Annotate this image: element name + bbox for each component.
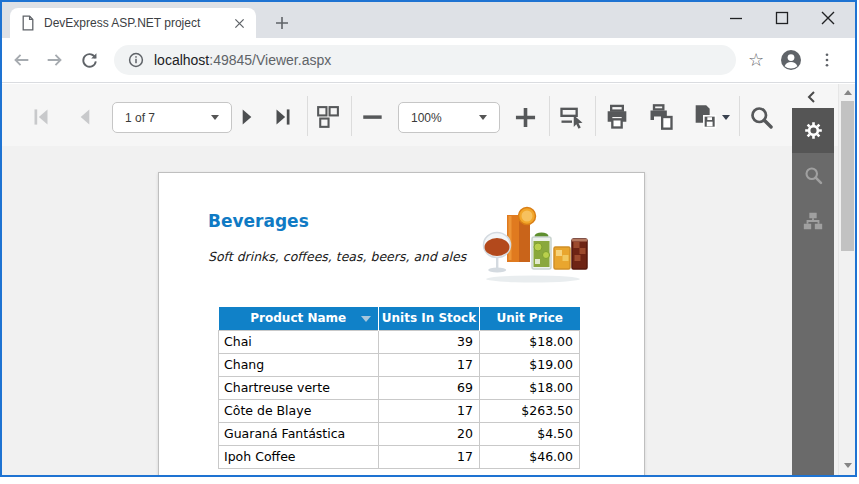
scroll-up-icon[interactable]: [839, 84, 855, 100]
table-row: Guaraná Fantástica 20 $4.50: [219, 422, 580, 445]
cell-units-in-stock: 17: [379, 353, 480, 376]
cell-units-in-stock: 39: [379, 330, 480, 353]
browser-menu-icon[interactable]: [818, 51, 836, 69]
viewer-sidebar: [792, 108, 834, 475]
table-row: Ipoh Coffee 17 $46.00: [219, 445, 580, 468]
export-dropdown-chevron-icon[interactable]: [718, 102, 734, 132]
multipage-view-icon[interactable]: [312, 102, 342, 132]
url-text: localhost:49845/Viewer.aspx: [154, 52, 331, 68]
close-icon[interactable]: [805, 2, 851, 34]
next-page-icon[interactable]: [232, 102, 262, 132]
info-icon[interactable]: [128, 52, 144, 68]
viewer-toolbar: 1 of 7 100%: [2, 84, 855, 146]
sidebar-tab-document-map[interactable]: [792, 198, 834, 243]
tab-strip: DevExpress ASP.NET project: [2, 2, 855, 38]
previous-page-icon[interactable]: [70, 102, 100, 132]
cell-product-name: Chartreuse verte: [219, 376, 379, 399]
sidebar-tab-search[interactable]: [792, 153, 834, 198]
address-bar: localhost:49845/Viewer.aspx ☆: [2, 38, 855, 83]
browser-tab[interactable]: DevExpress ASP.NET project: [10, 8, 256, 38]
minimize-icon[interactable]: [713, 2, 759, 34]
cell-unit-price: $19.00: [480, 353, 580, 376]
bookmark-star-icon[interactable]: ☆: [748, 51, 764, 69]
search-icon: [803, 165, 824, 186]
cell-product-name: Côte de Blaye: [219, 399, 379, 422]
sort-arrow-icon: [361, 316, 371, 322]
report-table: Product Name Units In Stock Unit Price C…: [218, 307, 580, 469]
toolbar-separator: [739, 96, 740, 136]
first-page-icon[interactable]: [26, 102, 56, 132]
table-row: Chang 17 $19.00: [219, 353, 580, 376]
table-row: Chartreuse verte 69 $18.00: [219, 376, 580, 399]
highlight-editing-fields-icon[interactable]: [557, 102, 587, 132]
new-tab-button[interactable]: [270, 11, 294, 35]
scroll-down-icon[interactable]: [839, 457, 855, 473]
window-controls: [713, 2, 851, 36]
reload-icon[interactable]: [74, 45, 104, 75]
export-save-icon[interactable]: [690, 102, 720, 132]
report-viewer: 1 of 7 100%: [2, 84, 855, 475]
cell-unit-price: $18.00: [480, 376, 580, 399]
table-header-row: Product Name Units In Stock Unit Price: [219, 307, 580, 330]
zoom-in-icon[interactable]: [510, 102, 540, 132]
tab-close-icon[interactable]: [231, 15, 248, 32]
forward-icon[interactable]: [40, 45, 70, 75]
cell-unit-price: $4.50: [480, 422, 580, 445]
cell-product-name: Chai: [219, 330, 379, 353]
cell-product-name: Chang: [219, 353, 379, 376]
toolbar-separator: [595, 96, 596, 136]
cell-product-name: Guaraná Fantástica: [219, 422, 379, 445]
screen: DevExpress ASP.NET project localhost:498…: [0, 0, 859, 484]
toolbar-separator: [307, 96, 308, 136]
toolbar-separator: [351, 96, 352, 136]
scrollbar-thumb[interactable]: [841, 101, 854, 251]
report-page: Beverages Soft drinks, coffees, teas, be…: [158, 172, 645, 475]
column-header-units-in-stock: Units In Stock: [379, 307, 480, 330]
sidebar-tab-parameters[interactable]: [792, 108, 834, 153]
page-selector-dropdown[interactable]: 1 of 7: [112, 102, 232, 133]
table-row: Côte de Blaye 17 $263.50: [219, 399, 580, 422]
gear-icon: [803, 120, 824, 141]
chevron-down-icon: [211, 115, 219, 120]
report-title: Beverages: [208, 211, 309, 231]
address-bar-actions: ☆: [748, 49, 836, 71]
cell-units-in-stock: 17: [379, 399, 480, 422]
column-header-product-name[interactable]: Product Name: [219, 307, 379, 330]
cell-units-in-stock: 20: [379, 422, 480, 445]
url-omnibox[interactable]: localhost:49845/Viewer.aspx: [114, 45, 736, 75]
search-icon[interactable]: [746, 102, 776, 132]
chevron-down-icon: [479, 115, 487, 120]
last-page-icon[interactable]: [268, 102, 298, 132]
cell-units-in-stock: 17: [379, 445, 480, 468]
collapse-panel-chevron-icon[interactable]: [800, 88, 822, 106]
print-icon[interactable]: [602, 102, 632, 132]
cell-unit-price: $263.50: [480, 399, 580, 422]
sitemap-icon: [802, 210, 824, 232]
zoom-selector-value: 100%: [411, 111, 442, 125]
page-scrollbar[interactable]: [838, 84, 855, 475]
page-selector-value: 1 of 7: [125, 111, 155, 125]
profile-avatar-icon[interactable]: [780, 49, 802, 71]
viewer-content-area: Beverages Soft drinks, coffees, teas, be…: [2, 146, 855, 475]
print-page-icon[interactable]: [646, 102, 676, 132]
table-row: Chai 39 $18.00: [219, 330, 580, 353]
report-subtitle: Soft drinks, coffees, teas, beers, and a…: [208, 249, 466, 264]
beverages-photo: [477, 203, 589, 285]
maximize-icon[interactable]: [759, 2, 805, 34]
cell-units-in-stock: 69: [379, 376, 480, 399]
cell-product-name: Ipoh Coffee: [219, 445, 379, 468]
column-header-unit-price: Unit Price: [480, 307, 580, 330]
toolbar-separator: [549, 96, 550, 136]
zoom-selector-dropdown[interactable]: 100%: [398, 102, 500, 133]
tab-title: DevExpress ASP.NET project: [44, 16, 231, 30]
cell-unit-price: $46.00: [480, 445, 580, 468]
cell-unit-price: $18.00: [480, 330, 580, 353]
page-favicon-icon: [20, 15, 36, 31]
zoom-out-icon[interactable]: [358, 102, 388, 132]
back-icon[interactable]: [6, 45, 36, 75]
